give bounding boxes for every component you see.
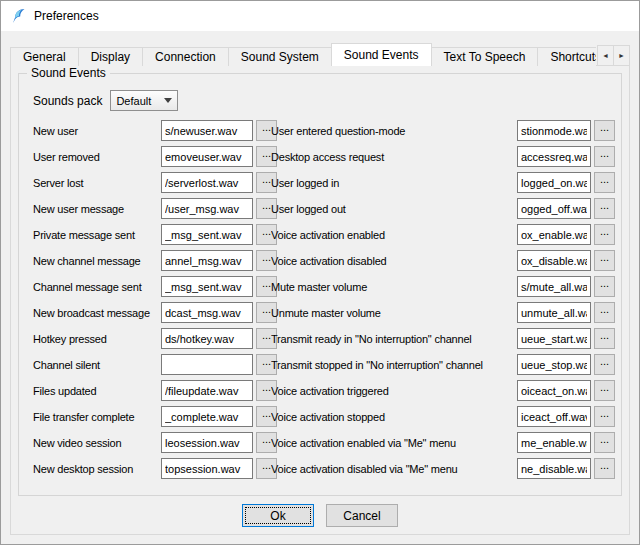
sound-file-input[interactable]: [517, 120, 591, 141]
tab-display[interactable]: Display: [78, 47, 143, 66]
sounds-pack-combobox[interactable]: Default: [110, 90, 178, 111]
sound-event-row: Voice activation stopped...: [271, 406, 615, 427]
sound-event-row: User logged in...: [271, 172, 615, 193]
sound-file-input[interactable]: [161, 406, 253, 427]
sound-file-input[interactable]: [517, 146, 591, 167]
sound-event-label: File transfer complete: [33, 411, 158, 423]
sound-file-input[interactable]: [161, 172, 253, 193]
browse-button[interactable]: ...: [594, 380, 615, 401]
sound-event-row: Files updated...: [33, 380, 277, 401]
browse-button[interactable]: ...: [594, 198, 615, 219]
tab-text-to-speech[interactable]: Text To Speech: [431, 47, 539, 66]
tab-scroll-right-button[interactable]: ►: [613, 45, 630, 66]
sound-event-label: User entered question-mode: [271, 125, 514, 137]
sound-event-row: Transmit ready in "No interruption" chan…: [271, 328, 615, 349]
sound-event-row: New desktop session...: [33, 458, 277, 479]
sound-event-label: New user message: [33, 203, 158, 215]
sound-file-input[interactable]: [517, 224, 591, 245]
sound-event-label: User logged in: [271, 177, 514, 189]
tab-sound-system[interactable]: Sound System: [228, 47, 332, 66]
sound-event-label: Voice activation triggered: [271, 385, 514, 397]
sound-file-input[interactable]: [161, 276, 253, 297]
sound-file-input[interactable]: [517, 458, 591, 479]
sound-event-label: Private message sent: [33, 229, 158, 241]
sound-event-row: Voice activation triggered...: [271, 380, 615, 401]
sound-event-row: Voice activation enabled via "Me" menu..…: [271, 432, 615, 453]
sound-event-row: User logged out...: [271, 198, 615, 219]
sound-file-input[interactable]: [517, 172, 591, 193]
sound-event-label: Transmit stopped in "No interruption" ch…: [271, 359, 514, 371]
browse-button[interactable]: ...: [594, 120, 615, 141]
sound-event-label: Files updated: [33, 385, 158, 397]
sound-event-label: Voice activation enabled: [271, 229, 514, 241]
browse-button[interactable]: ...: [594, 354, 615, 375]
ok-button[interactable]: Ok: [242, 504, 314, 527]
sound-file-input[interactable]: [517, 302, 591, 323]
sound-file-input[interactable]: [517, 432, 591, 453]
browse-button[interactable]: ...: [594, 302, 615, 323]
sound-event-label: Mute master volume: [271, 281, 514, 293]
sound-event-label: Channel message sent: [33, 281, 158, 293]
sound-file-input[interactable]: [161, 380, 253, 401]
sound-file-input[interactable]: [161, 458, 253, 479]
sound-events-column-right: User entered question-mode...Desktop acc…: [271, 120, 615, 484]
sound-file-input[interactable]: [161, 354, 253, 375]
sound-event-row: Hotkey pressed...: [33, 328, 277, 349]
browse-button[interactable]: ...: [594, 172, 615, 193]
titlebar[interactable]: Preferences: [1, 1, 639, 31]
sound-event-label: User removed: [33, 151, 158, 163]
tab-connection[interactable]: Connection: [142, 47, 229, 66]
sound-event-label: Voice activation disabled via "Me" menu: [271, 463, 514, 475]
sound-event-row: Voice activation disabled via "Me" menu.…: [271, 458, 615, 479]
sound-file-input[interactable]: [161, 224, 253, 245]
sound-event-row: User entered question-mode...: [271, 120, 615, 141]
sound-event-row: New user...: [33, 120, 277, 141]
browse-button[interactable]: ...: [594, 250, 615, 271]
sound-file-input[interactable]: [161, 432, 253, 453]
sound-file-input[interactable]: [161, 328, 253, 349]
browse-button[interactable]: ...: [594, 406, 615, 427]
sound-file-input[interactable]: [517, 276, 591, 297]
tab-page-sound-events: Sound Events Sounds pack Default New use…: [10, 65, 630, 535]
sound-event-row: New broadcast message...: [33, 302, 277, 323]
sound-event-row: Server lost...: [33, 172, 277, 193]
sound-event-label: Voice activation disabled: [271, 255, 514, 267]
sound-file-input[interactable]: [517, 406, 591, 427]
sounds-pack-value: Default: [116, 95, 151, 107]
teamtalk-logo-icon: [10, 8, 26, 24]
tab-bar: GeneralDisplayConnectionSound SystemSoun…: [10, 43, 596, 66]
sound-file-input[interactable]: [161, 146, 253, 167]
sound-file-input[interactable]: [517, 354, 591, 375]
sound-file-input[interactable]: [161, 120, 253, 141]
sound-file-input[interactable]: [161, 198, 253, 219]
cancel-button[interactable]: Cancel: [326, 504, 398, 527]
tab-scroll-left-button[interactable]: ◄: [597, 45, 614, 66]
sound-event-label: Voice activation stopped: [271, 411, 514, 423]
sound-event-row: Private message sent...: [33, 224, 277, 245]
tab-general[interactable]: General: [10, 47, 79, 66]
sound-event-label: Unmute master volume: [271, 307, 514, 319]
sound-event-row: New channel message...: [33, 250, 277, 271]
sound-file-input[interactable]: [517, 198, 591, 219]
sound-event-row: Unmute master volume...: [271, 302, 615, 323]
tab-shortcuts[interactable]: Shortcuts: [537, 47, 596, 66]
sound-event-label: Channel silent: [33, 359, 158, 371]
sound-file-input[interactable]: [517, 380, 591, 401]
sound-file-input[interactable]: [517, 250, 591, 271]
sound-file-input[interactable]: [517, 328, 591, 349]
sound-file-input[interactable]: [161, 302, 253, 323]
browse-button[interactable]: ...: [594, 224, 615, 245]
sound-event-row: Channel message sent...: [33, 276, 277, 297]
sound-event-row: File transfer complete...: [33, 406, 277, 427]
browse-button[interactable]: ...: [594, 146, 615, 167]
browse-button[interactable]: ...: [594, 432, 615, 453]
browse-button[interactable]: ...: [594, 458, 615, 479]
browse-button[interactable]: ...: [594, 276, 615, 297]
browse-button[interactable]: ...: [594, 328, 615, 349]
sound-event-row: Voice activation disabled...: [271, 250, 615, 271]
sound-event-label: Hotkey pressed: [33, 333, 158, 345]
window-title: Preferences: [34, 9, 99, 23]
sound-events-groupbox: Sound Events Sounds pack Default New use…: [18, 73, 622, 496]
sound-file-input[interactable]: [161, 250, 253, 271]
tab-sound-events[interactable]: Sound Events: [331, 43, 432, 66]
